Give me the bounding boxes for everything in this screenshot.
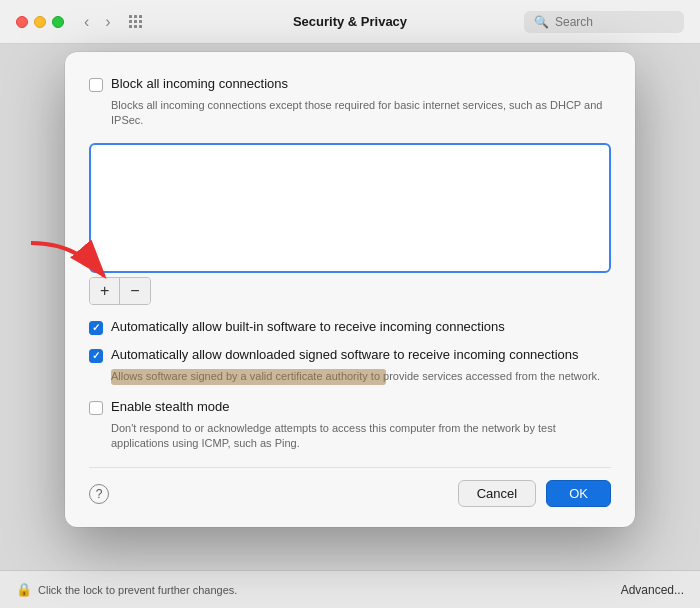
auto-signed-desc: Allows software signed by a valid certif… <box>111 369 611 384</box>
lock-area[interactable]: 🔒 Click the lock to prevent further chan… <box>16 582 237 597</box>
back-button[interactable]: ‹ <box>80 11 93 33</box>
advanced-link[interactable]: Advanced... <box>621 583 684 597</box>
firewall-dialog: Block all incoming connections Blocks al… <box>65 52 635 527</box>
stealth-mode-checkbox[interactable] <box>89 401 103 415</box>
lock-icon: 🔒 <box>16 582 32 597</box>
list-controls: + − <box>89 277 151 305</box>
close-button[interactable] <box>16 16 28 28</box>
remove-app-button[interactable]: − <box>120 278 149 304</box>
auto-builtin-block: Automatically allow built-in software to… <box>89 319 611 335</box>
stealth-mode-row: Enable stealth mode <box>89 399 611 415</box>
auto-builtin-label: Automatically allow built-in software to… <box>111 319 505 334</box>
lock-text: Click the lock to prevent further change… <box>38 584 237 596</box>
stealth-mode-block: Enable stealth mode Don't respond to or … <box>89 399 611 452</box>
titlebar: ‹ › Security & Privacy 🔍 <box>0 0 700 44</box>
search-icon: 🔍 <box>534 15 549 29</box>
add-app-button[interactable]: + <box>90 278 120 304</box>
traffic-lights <box>16 16 64 28</box>
forward-button[interactable]: › <box>101 11 114 33</box>
ok-button[interactable]: OK <box>546 480 611 507</box>
footer-buttons: Cancel OK <box>458 480 611 507</box>
dialog-footer: ? Cancel OK <box>89 467 611 507</box>
grid-icon[interactable] <box>129 15 143 28</box>
help-button[interactable]: ? <box>89 484 109 504</box>
auto-builtin-row: Automatically allow built-in software to… <box>89 319 611 335</box>
minimize-button[interactable] <box>34 16 46 28</box>
stealth-mode-label: Enable stealth mode <box>111 399 230 414</box>
auto-signed-checkbox[interactable] <box>89 349 103 363</box>
block-connections-checkbox[interactable] <box>89 78 103 92</box>
maximize-button[interactable] <box>52 16 64 28</box>
block-connections-row: Block all incoming connections <box>89 76 611 92</box>
app-list-box[interactable] <box>89 143 611 273</box>
cancel-button[interactable]: Cancel <box>458 480 536 507</box>
auto-signed-label: Automatically allow downloaded signed so… <box>111 347 579 362</box>
window-title: Security & Privacy <box>293 14 407 29</box>
auto-signed-row: Automatically allow downloaded signed so… <box>89 347 611 363</box>
block-connections-label: Block all incoming connections <box>111 76 288 91</box>
titlebar-left: ‹ › <box>16 11 149 33</box>
auto-builtin-checkbox[interactable] <box>89 321 103 335</box>
stealth-mode-desc: Don't respond to or acknowledge attempts… <box>111 421 611 452</box>
bottom-bar: 🔒 Click the lock to prevent further chan… <box>0 570 700 608</box>
auto-signed-block: Automatically allow downloaded signed so… <box>89 347 611 384</box>
block-connections-desc: Blocks all incoming connections except t… <box>111 98 611 129</box>
search-box[interactable]: 🔍 <box>524 11 684 33</box>
search-input[interactable] <box>555 15 674 29</box>
